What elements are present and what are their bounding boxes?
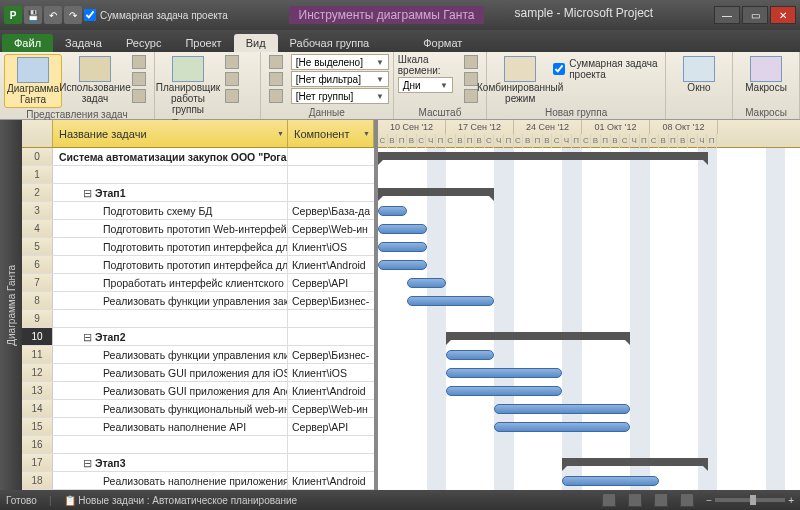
tab-resource[interactable]: Ресурс [114,34,173,52]
table-row[interactable]: 9 [22,310,374,328]
table-row[interactable]: 3Подготовить схему БДСервер\База-да [22,202,374,220]
table-body[interactable]: 0Система автоматизации закупок ООО "Рога… [22,148,374,490]
task-bar[interactable] [562,476,659,486]
table-row[interactable]: 17Этап3 [22,454,374,472]
table-row[interactable]: 14Реализовать функциональный web-интерфе… [22,400,374,418]
cell-component[interactable]: Клиент\iOS [288,238,374,255]
close-button[interactable]: ✕ [770,6,796,24]
task-bar[interactable] [446,386,562,396]
cell-component[interactable]: Клиент\Android [288,256,374,273]
gantt-chart-button[interactable]: Диаграмма Ганта [4,54,62,108]
summary-bar[interactable] [378,188,494,196]
cell-id[interactable]: 13 [22,382,53,399]
cell-component[interactable]: Сервер\База-да [288,202,374,219]
view-bar[interactable]: Диаграмма Ганта [0,120,22,490]
cell-id[interactable]: 7 [22,274,53,291]
table-row[interactable]: 1 [22,166,374,184]
table-row[interactable]: 11Реализовать функции управления клиента… [22,346,374,364]
task-bar[interactable] [378,260,427,270]
cell-component[interactable]: Клиент\iOS [288,364,374,381]
summary-bar[interactable] [378,152,708,160]
cell-name[interactable] [53,166,288,183]
task-bar[interactable] [407,278,446,288]
cell-component[interactable]: Клиент\Android [288,382,374,399]
col-name[interactable]: Название задачи▼ [53,120,288,147]
summary-task-checkbox[interactable]: Суммарная задача проекта [84,9,228,21]
cell-name[interactable]: Подготовить прототип интерфейса для Andr… [53,256,288,273]
cell-id[interactable]: 14 [22,400,53,417]
task-usage-button[interactable]: Использование задач [66,54,124,106]
cell-name[interactable] [53,436,288,453]
zoom-slider[interactable]: − + [706,495,794,506]
sort-button[interactable] [265,54,287,70]
cell-id[interactable]: 15 [22,418,53,435]
cell-component[interactable] [288,454,374,471]
cell-component[interactable]: Сервер\Бизнес- [288,346,374,363]
view-planner-icon[interactable] [654,493,668,507]
table-row[interactable]: 15Реализовать наполнение APIСервер\API [22,418,374,436]
filter-combo[interactable]: [Нет фильтра]▼ [291,71,389,87]
cell-name[interactable]: Подготовить схему БД [53,202,288,219]
tab-project[interactable]: Проект [173,34,233,52]
resource-sheet-button[interactable] [221,71,243,87]
cell-component[interactable] [288,184,374,201]
group-combo[interactable]: [Нет группы]▼ [291,88,389,104]
task-bar[interactable] [378,224,427,234]
cell-component[interactable] [288,310,374,327]
cell-name[interactable]: Реализовать наполнение приложения Andro [53,472,288,489]
cell-name[interactable]: Реализовать GUI приложения для Android [53,382,288,399]
outline-button[interactable] [265,71,287,87]
gantt-chart[interactable]: 10 Сен '1217 Сен '1224 Сен '1201 Окт '12… [378,120,800,490]
cell-id[interactable]: 8 [22,292,53,309]
cell-name[interactable]: Подготовить прототип Web-интерфейса [53,220,288,237]
task-bar[interactable] [494,422,630,432]
cell-id[interactable]: 18 [22,472,53,489]
tab-file[interactable]: Файл [2,34,53,52]
table-row[interactable]: 0Система автоматизации закупок ООО "Рога… [22,148,374,166]
highlight-combo[interactable]: [Не выделено]▼ [291,54,389,70]
network-diagram-button[interactable] [128,54,150,70]
save-icon[interactable]: 💾 [24,6,42,24]
calendar-button[interactable] [128,71,150,87]
summary-task-ribbon-checkbox[interactable]: Суммарная задача проекта [553,58,661,80]
cell-id[interactable]: 0 [22,148,53,165]
table-row[interactable]: 7Проработать интерфейс клиентского APIСе… [22,274,374,292]
table-row[interactable]: 10Этап2 [22,328,374,346]
tab-view[interactable]: Вид [234,34,278,52]
team-planner-button[interactable]: Планировщик работы группы [159,54,217,117]
maximize-button[interactable]: ▭ [742,6,768,24]
cell-id[interactable]: 4 [22,220,53,237]
cell-name[interactable]: Этап1 [53,184,288,201]
task-bar[interactable] [378,242,427,252]
task-bar[interactable] [378,206,407,216]
cell-name[interactable]: Этап3 [53,454,288,471]
cell-id[interactable]: 9 [22,310,53,327]
timescale-combo[interactable]: Дни▼ [398,77,453,93]
table-row[interactable]: 2Этап1 [22,184,374,202]
cell-id[interactable]: 16 [22,436,53,453]
view-resource-icon[interactable] [680,493,694,507]
cell-name[interactable]: Реализовать функции управления клиентами [53,346,288,363]
cell-component[interactable]: Сервер\Бизнес- [288,292,374,309]
cell-component[interactable]: Сервер\Web-ин [288,400,374,417]
cell-component[interactable]: Сервер\API [288,418,374,435]
task-bar[interactable] [446,368,562,378]
cell-id[interactable]: 1 [22,166,53,183]
cell-id[interactable]: 17 [22,454,53,471]
table-row[interactable]: 5Подготовить прототип интерфейса для iOS… [22,238,374,256]
cell-id[interactable]: 5 [22,238,53,255]
task-bar[interactable] [446,350,495,360]
cell-component[interactable] [288,166,374,183]
macros-button[interactable]: Макросы [737,54,795,95]
table-row[interactable]: 13Реализовать GUI приложения для Android… [22,382,374,400]
cell-id[interactable]: 11 [22,346,53,363]
tab-team[interactable]: Рабочая группа [278,34,382,52]
col-id[interactable] [22,120,53,147]
task-bar[interactable] [494,404,630,414]
minimize-button[interactable]: — [714,6,740,24]
cell-component[interactable] [288,148,374,165]
cell-component[interactable]: Клиент\Android [288,472,374,489]
cell-name[interactable]: Система автоматизации закупок ООО "Рога … [53,148,288,165]
table-row[interactable]: 4Подготовить прототип Web-интерфейсаСерв… [22,220,374,238]
cell-name[interactable]: Реализовать наполнение API [53,418,288,435]
